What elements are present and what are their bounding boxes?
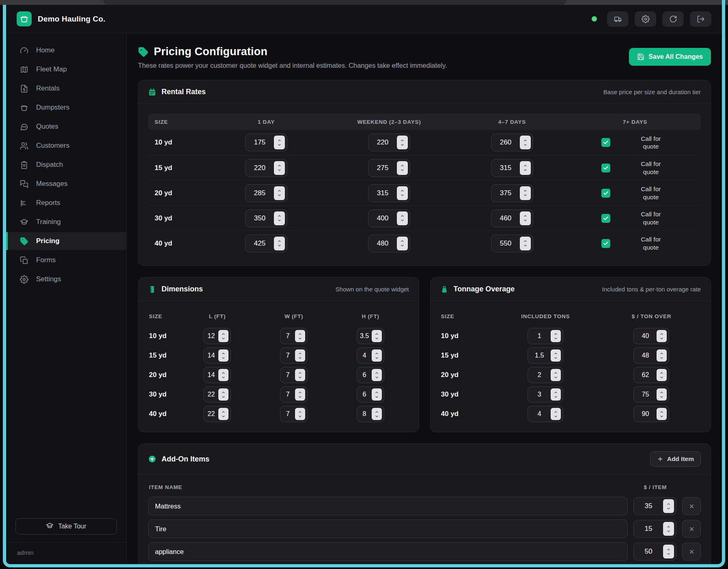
number-stepper[interactable] [551, 369, 561, 381]
rate-input-field[interactable] [368, 138, 397, 147]
number-stepper[interactable] [663, 522, 674, 536]
dimension-input-field[interactable] [204, 371, 218, 379]
tonnage-input-field[interactable] [634, 410, 657, 418]
dimension-input-field[interactable] [204, 352, 218, 359]
tonnage-input[interactable] [633, 367, 669, 383]
dimension-input[interactable] [357, 347, 384, 364]
number-stepper[interactable] [520, 186, 531, 200]
tonnage-input-field[interactable] [528, 352, 551, 359]
dimension-input-field[interactable] [357, 352, 372, 359]
dimension-input-field[interactable] [280, 332, 295, 340]
rate-input[interactable] [491, 209, 533, 227]
number-stepper[interactable] [551, 330, 561, 342]
number-stepper[interactable] [657, 369, 667, 381]
rate-input-field[interactable] [368, 214, 397, 222]
logout-button[interactable] [690, 11, 711, 27]
number-stepper[interactable] [372, 349, 382, 362]
sidebar-item-home[interactable]: Home [6, 41, 126, 59]
number-stepper[interactable] [218, 349, 228, 362]
add-item-button[interactable]: Add Item [650, 451, 701, 467]
tonnage-input-field[interactable] [634, 332, 657, 340]
item-price-input-field[interactable] [634, 525, 663, 533]
rate-input[interactable] [368, 235, 410, 252]
tonnage-input-field[interactable] [634, 391, 657, 398]
rate-input-field[interactable] [491, 239, 520, 248]
rate-input-field[interactable] [491, 138, 520, 147]
sidebar-item-messages[interactable]: Messages [6, 175, 126, 193]
number-stepper[interactable] [218, 369, 228, 381]
sidebar-item-settings[interactable]: Settings [6, 270, 126, 288]
number-stepper[interactable] [295, 330, 305, 342]
call-for-quote-checkbox[interactable] [601, 138, 610, 147]
sidebar-item-quotes[interactable]: Quotes [6, 118, 126, 136]
number-stepper[interactable] [218, 408, 228, 420]
number-stepper[interactable] [274, 237, 285, 250]
rate-input-field[interactable] [246, 239, 274, 248]
remove-item-button[interactable] [682, 497, 701, 515]
rate-input[interactable] [245, 134, 287, 151]
rate-input-field[interactable] [491, 189, 520, 197]
tonnage-input-field[interactable] [528, 332, 551, 340]
dimension-input[interactable] [280, 367, 308, 383]
dimension-input[interactable] [203, 386, 231, 403]
number-stepper[interactable] [295, 408, 305, 420]
tonnage-input-field[interactable] [528, 410, 551, 418]
number-stepper[interactable] [520, 161, 531, 175]
rate-input[interactable] [491, 159, 533, 177]
dimension-input-field[interactable] [357, 332, 372, 340]
tonnage-input[interactable] [528, 347, 563, 364]
call-for-quote-checkbox[interactable] [601, 164, 610, 172]
number-stepper[interactable] [663, 499, 674, 513]
sidebar-item-rentals[interactable]: Rentals [6, 80, 126, 97]
tonnage-input[interactable] [633, 406, 669, 422]
number-stepper[interactable] [520, 237, 531, 250]
dimension-input[interactable] [357, 367, 384, 383]
tonnage-input[interactable] [633, 347, 669, 364]
rate-input[interactable] [491, 235, 533, 252]
number-stepper[interactable] [520, 211, 531, 225]
number-stepper[interactable] [372, 369, 382, 381]
sidebar-item-training[interactable]: Training [6, 213, 126, 231]
dimension-input[interactable] [357, 406, 384, 422]
fleet-truck-button[interactable] [607, 11, 629, 27]
number-stepper[interactable] [397, 211, 408, 225]
sidebar-item-dispatch[interactable]: Dispatch [6, 156, 126, 174]
rate-input-field[interactable] [368, 189, 397, 197]
dimension-input-field[interactable] [357, 371, 372, 379]
dimension-input[interactable] [280, 328, 308, 344]
dimension-input-field[interactable] [204, 410, 218, 418]
item-name-input[interactable] [148, 519, 628, 538]
rate-input-field[interactable] [368, 239, 397, 248]
tonnage-input[interactable] [528, 328, 563, 344]
refresh-button[interactable] [662, 11, 684, 27]
rate-input[interactable] [368, 159, 410, 177]
rate-input[interactable] [245, 235, 287, 252]
dimension-input[interactable] [203, 328, 231, 344]
rate-input-field[interactable] [368, 164, 397, 172]
call-for-quote-checkbox[interactable] [601, 214, 610, 223]
item-name-input[interactable] [148, 497, 628, 515]
dimension-input[interactable] [280, 406, 308, 422]
save-all-changes-button[interactable]: Save All Changes [629, 48, 711, 66]
number-stepper[interactable] [218, 330, 228, 342]
tonnage-input[interactable] [633, 386, 669, 403]
sidebar-item-fleet-map[interactable]: Fleet Map [6, 60, 126, 78]
rate-input[interactable] [245, 159, 287, 177]
number-stepper[interactable] [551, 408, 561, 420]
number-stepper[interactable] [657, 388, 667, 401]
number-stepper[interactable] [551, 349, 561, 362]
number-stepper[interactable] [551, 388, 561, 401]
dimension-input[interactable] [203, 367, 231, 383]
tonnage-input[interactable] [528, 406, 563, 422]
number-stepper[interactable] [372, 330, 382, 342]
number-stepper[interactable] [372, 388, 382, 401]
tonnage-input-field[interactable] [634, 371, 657, 379]
sidebar-item-forms[interactable]: Forms [6, 251, 126, 269]
dimension-input[interactable] [280, 347, 308, 364]
number-stepper[interactable] [657, 349, 667, 362]
rate-input-field[interactable] [246, 138, 274, 147]
rate-input-field[interactable] [246, 214, 274, 222]
number-stepper[interactable] [657, 408, 667, 420]
tonnage-input-field[interactable] [528, 391, 551, 398]
rate-input-field[interactable] [246, 189, 274, 197]
